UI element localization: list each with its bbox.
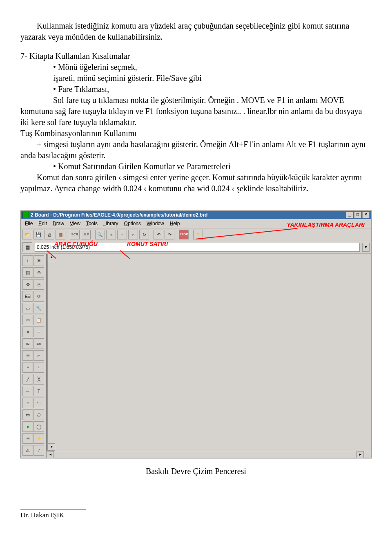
bullet-mouse-cont: Sol fare tuş u tıklaması nokta ile göste… — [53, 95, 372, 106]
stop-button[interactable]: STOP — [179, 230, 189, 239]
arc-tool[interactable]: ◠ — [33, 398, 44, 408]
minimize-button[interactable]: _ — [346, 212, 353, 218]
drc-tool[interactable]: ✓ — [33, 445, 44, 456]
menu-file[interactable]: File — [22, 220, 35, 227]
maximize-button[interactable]: □ — [354, 212, 361, 218]
miter-tool[interactable]: ⌐ — [33, 350, 44, 361]
para-intro: Kullanmak istediğiniz komutu ara yüzdeki… — [20, 20, 372, 42]
annot-zoom-tools: YAKINLAŞTIRMA ARAÇLARI — [284, 221, 367, 229]
hole-tool[interactable]: ◯ — [33, 421, 44, 432]
menu-edit[interactable]: Edit — [36, 220, 49, 227]
bullet-mouse: Fare Tıklaması, — [53, 84, 372, 95]
cut-tool[interactable]: ✂ — [22, 315, 33, 325]
para-keycombo: Tuş Kombinasyonlarının Kullanımı — [20, 128, 372, 139]
zoom-fit-button[interactable]: 🔍 — [95, 230, 105, 239]
cam-button[interactable]: ▦ — [56, 230, 65, 239]
group-tool[interactable]: ▭ — [22, 303, 33, 313]
zoom-out-button[interactable]: － — [117, 230, 127, 239]
save-button[interactable]: 💾 — [33, 230, 43, 239]
value-tool[interactable]: 10k — [33, 338, 44, 349]
app-icon — [22, 212, 29, 218]
zoom-in-button[interactable]: ＋ — [106, 230, 116, 239]
menu-window[interactable]: Window — [144, 220, 167, 227]
scroll-down-button[interactable]: ▾ — [48, 443, 55, 451]
redo-button[interactable]: ↷ — [165, 230, 174, 239]
smash-tool[interactable]: ※ — [22, 350, 33, 361]
grid-button[interactable]: ▦ — [22, 242, 32, 252]
eagle-window: 2 Board - D:/Program Files/EAGLE-4.0/pro… — [20, 210, 372, 458]
heading-abbrev: 7- Kitapta Kullanılan Kısaltmalar — [20, 51, 372, 62]
titlebar[interactable]: 2 Board - D:/Program Files/EAGLE-4.0/pro… — [21, 211, 371, 219]
erc-tool[interactable]: ⚠ — [22, 445, 33, 456]
wire-tool[interactable]: ─ — [22, 386, 33, 396]
horizontal-scrollbar[interactable]: ◂ ▸ — [47, 451, 364, 458]
mark-tool[interactable]: ⊕ — [33, 267, 44, 278]
menu-tools[interactable]: Tools — [84, 220, 100, 227]
menu-draw[interactable]: Draw — [50, 220, 67, 227]
scr-button[interactable]: SCR — [70, 230, 80, 239]
bullet-menu: Mönü öğelerini seçmek, — [53, 62, 372, 73]
menu-options[interactable]: Options — [122, 220, 143, 227]
move-tool[interactable]: ✥ — [22, 279, 33, 290]
bullet-cmdline: Komut Satırından Girilen Komutlar ve Par… — [53, 161, 372, 172]
tool-palette: i 👁 ▤ ⊕ ✥ ⎘ E∃ ⟳ ▭ 🔧 ✂ 📋 ✕ ＋ R2 10k ※ ⌐ … — [21, 254, 47, 458]
copy-tool[interactable]: ⎘ — [33, 279, 44, 290]
annot-cmdline: KOMUT SATIRI — [127, 240, 168, 248]
add-tool[interactable]: ＋ — [33, 326, 44, 337]
ratsnest-tool[interactable]: ✳ — [22, 433, 33, 444]
ulp-button[interactable]: ULP — [81, 230, 91, 239]
mirror-tool[interactable]: E∃ — [22, 291, 33, 302]
name-tool[interactable]: R2 — [22, 338, 33, 349]
text-tool[interactable]: T — [33, 386, 44, 396]
menu-view[interactable]: View — [67, 220, 83, 227]
main-toolbar: 📂 💾 🖨 ▦ SCR ULP 🔍 ＋ － ⌕ ↻ ↶ ↷ STOP ? — [21, 228, 371, 241]
auto-tool[interactable]: ⚡ — [33, 433, 44, 444]
zoom-window-button[interactable]: ⌕ — [128, 230, 138, 239]
info-tool[interactable]: i — [22, 255, 33, 266]
delete-tool[interactable]: ✕ — [22, 326, 33, 337]
rotate-tool[interactable]: ⟳ — [33, 291, 44, 302]
undo-button[interactable]: ↶ — [154, 230, 163, 239]
vertical-scrollbar[interactable]: ▴ ▾ — [47, 254, 54, 451]
para-plus: + simgesi tuşların aynı anda basılacağın… — [20, 139, 372, 161]
split-tool[interactable]: ⑂ — [22, 362, 33, 373]
pcb-canvas[interactable]: IC1 18 1 10 9 + — [47, 254, 47, 451]
close-button[interactable]: × — [362, 212, 370, 218]
annot-toolbar: ARAÇ ÇUBUĞU — [54, 240, 98, 248]
menu-help[interactable]: Help — [167, 220, 183, 227]
circle-tool[interactable]: ○ — [22, 398, 33, 408]
ripup-tool[interactable]: ╳ — [33, 374, 44, 385]
param-row: ▦ 0.025 inch (1.650 0.975) ▾ ARAÇ ÇUBUĞU… — [21, 241, 371, 254]
display-tool[interactable]: ▤ — [22, 267, 33, 278]
scroll-left-button[interactable]: ◂ — [47, 451, 54, 458]
show-tool[interactable]: 👁 — [33, 255, 44, 266]
bullet-menu-cont: işareti, mönü seçimini gösterir. File/Sa… — [53, 73, 372, 84]
scroll-right-button[interactable]: ▸ — [356, 451, 364, 458]
via-tool[interactable]: ● — [22, 421, 33, 432]
change-tool[interactable]: 🔧 — [33, 303, 44, 313]
figure-caption: Baskılı Devre Çizim Penceresi — [20, 466, 372, 477]
redraw-button[interactable]: ↻ — [139, 230, 149, 239]
optimize-tool[interactable]: ≈ — [33, 362, 44, 373]
poly-tool[interactable]: ⬠ — [33, 409, 44, 420]
para-enter: Komut dan sonra girilen ‹ simgesi enter … — [20, 172, 372, 194]
page-footer: Dr. Hakan IŞIK — [20, 510, 86, 520]
para-move-cont: komutuna sağ fare tuşuyla tıklayın ve F1… — [20, 106, 372, 128]
print-button[interactable]: 🖨 — [45, 230, 54, 239]
scroll-corner — [364, 451, 371, 458]
paste-tool[interactable]: 📋 — [33, 315, 44, 325]
menubar: File Edit Draw View Tools Library Option… — [21, 219, 371, 228]
route-tool[interactable]: ╱ — [22, 374, 33, 385]
rect-tool[interactable]: ▭ — [22, 409, 33, 420]
workspace: i 👁 ▤ ⊕ ✥ ⎘ E∃ ⟳ ▭ 🔧 ✂ 📋 ✕ ＋ R2 10k ※ ⌐ … — [21, 254, 371, 458]
window-title: 2 Board - D:/Program Files/EAGLE-4.0/pro… — [31, 212, 207, 218]
coord-dropdown[interactable]: ▾ — [362, 243, 370, 252]
menu-library[interactable]: Library — [101, 220, 121, 227]
open-button[interactable]: 📂 — [22, 230, 32, 239]
